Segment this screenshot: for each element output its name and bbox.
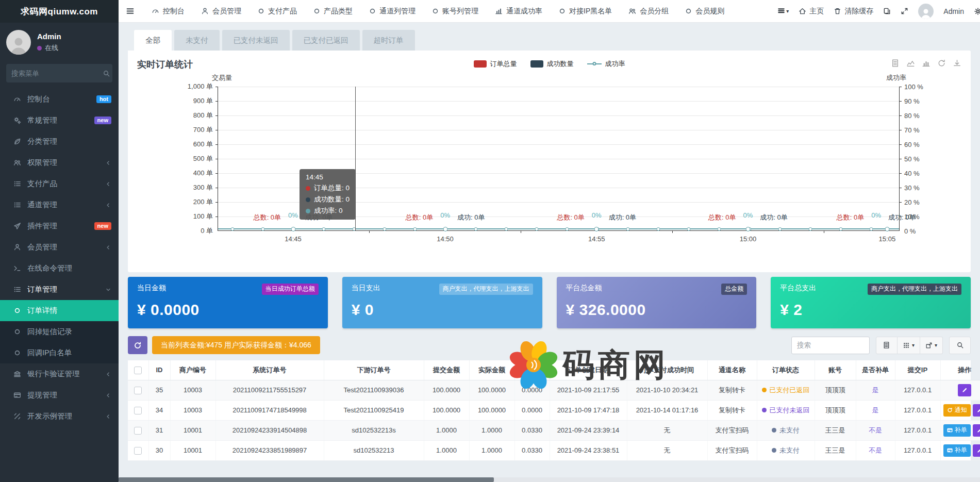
edit-button[interactable] (973, 404, 980, 417)
sidebar-item-10[interactable]: 订单管理 (0, 279, 119, 300)
data-view-icon[interactable] (891, 59, 900, 68)
notify-button[interactable]: 通知 (943, 404, 971, 417)
tab-2[interactable]: 未支付 (174, 30, 220, 51)
users-icon (628, 7, 636, 15)
bar-chart-icon[interactable] (922, 59, 931, 68)
line-marker (261, 227, 264, 231)
edit-button[interactable] (973, 444, 980, 457)
line-marker (717, 227, 721, 231)
topnav-item-9[interactable]: 会员分组 (620, 0, 677, 22)
topnav-item-1[interactable]: 控制台 (143, 0, 193, 22)
sidebar-item-6[interactable]: 通道管理 (0, 194, 119, 215)
sidebar-item-label: 开发示例管理 (27, 411, 99, 421)
sidebar-item-15[interactable]: 提现管理 (0, 385, 119, 406)
sidebar-search-input[interactable] (11, 70, 103, 77)
refresh-button[interactable] (128, 336, 147, 354)
topnav-item-6[interactable]: 账号列管理 (424, 0, 487, 22)
topnav-item-10[interactable]: 会员规则 (677, 0, 733, 22)
topnav-item-8[interactable]: 对接IP黑名单 (551, 0, 620, 22)
legend-item-2[interactable]: 成功数量 (530, 59, 574, 69)
reissue-flag: 不是 (869, 446, 882, 454)
line-chart-icon[interactable] (906, 59, 915, 68)
sidebar-item-14[interactable]: 银行卡验证管理 (0, 363, 119, 385)
tab-4[interactable]: 已支付已返回 (292, 30, 360, 51)
edit-button[interactable] (958, 384, 971, 396)
columns-button[interactable]: ▾ (898, 337, 920, 354)
home-link[interactable]: 主页 (799, 7, 824, 16)
topnav-item-7[interactable]: 通道成功率 (487, 0, 551, 22)
sidebar-item-3[interactable]: 分类管理 (0, 131, 119, 152)
sidebar-item-label: 订单详情 (27, 306, 111, 315)
sidebar-toggle-icon[interactable] (126, 7, 143, 15)
sidebar-item-13[interactable]: 回调IP白名单 (0, 342, 119, 363)
column-header: 下游订单号 (324, 360, 424, 380)
sidebar-item-label: 订单管理 (27, 285, 99, 294)
table-search-input[interactable] (791, 337, 870, 354)
line-marker (474, 227, 477, 231)
sidebar-item-5[interactable]: 支付产品 (0, 173, 119, 194)
sidebar-item-4[interactable]: 权限管理 (0, 152, 119, 173)
topnav-item-2[interactable]: 会员管理 (193, 0, 250, 22)
tab-5[interactable]: 超时订单 (362, 30, 415, 51)
horizontal-scrollbar[interactable] (119, 477, 980, 482)
column-header: 订单状态 (757, 360, 815, 380)
legend-label: 订单总量 (490, 59, 517, 69)
clear-cache-link[interactable]: 清除缓存 (834, 7, 873, 16)
caret-down-icon: ▾ (786, 8, 789, 14)
y-axis-right-label: 90 % (904, 97, 935, 105)
topnav-item-3[interactable]: 支付产品 (250, 0, 305, 22)
annotation-success: 成功: 0单 (609, 213, 636, 222)
user-name: Admin (943, 7, 964, 15)
row-checkbox[interactable] (134, 407, 142, 414)
detail-view-button[interactable] (876, 337, 898, 354)
tab-3[interactable]: 已支付未返回 (222, 30, 290, 51)
reissue-button[interactable]: 补单 (943, 424, 971, 437)
row-checkbox[interactable] (134, 447, 142, 455)
quick-menu-button[interactable]: ▾ (777, 7, 789, 15)
brand-logo[interactable]: 求码网qiumw.com (0, 0, 119, 23)
legend-item-3[interactable]: 成功率 (587, 59, 625, 69)
table-row: 341000320211009174718549998Test202110092… (128, 400, 980, 420)
sidebar-item-12[interactable]: 回掉短信记录 (0, 321, 119, 342)
sidebar-item-11[interactable]: 订单详情 (0, 300, 119, 321)
topnav-item-4[interactable]: 产品类型 (305, 0, 361, 22)
sidebar-item-8[interactable]: 会员管理 (0, 237, 119, 258)
reissue-button[interactable]: 补单 (943, 444, 971, 457)
annotation-rate: 0% (288, 211, 298, 219)
topnav-item-5[interactable]: 通道列管理 (361, 0, 424, 22)
scrollbar-thumb[interactable] (119, 477, 494, 482)
gear-icon[interactable] (974, 7, 980, 15)
row-checkbox[interactable] (134, 387, 142, 394)
row-checkbox[interactable] (134, 427, 142, 435)
order-status-badge: 已支付已返回 (762, 386, 810, 395)
edit-button[interactable] (973, 424, 980, 437)
sidebar-avatar[interactable] (6, 30, 31, 55)
save-image-icon[interactable] (953, 59, 961, 68)
table-cell: 20210924233914504898 (215, 420, 324, 440)
x-axis-label: 14:45 (285, 235, 302, 243)
select-all-checkbox[interactable] (134, 367, 142, 374)
restore-icon[interactable] (937, 59, 946, 68)
legend-item-1[interactable]: 订单总量 (474, 59, 517, 69)
annotation-rate: 0% (743, 211, 753, 219)
tab-1[interactable]: 全部 (134, 30, 172, 51)
sidebar-item-2[interactable]: 常规管理new (0, 110, 119, 131)
table-cell: 不是 (856, 420, 895, 440)
user-avatar[interactable] (918, 4, 934, 19)
sidebar-item-9[interactable]: 在线命令管理 (0, 258, 119, 279)
export-button[interactable]: ▾ (920, 337, 943, 354)
stat-card-header: 平台总金额总金额 (566, 284, 748, 295)
sidebar-item-7[interactable]: 插件管理new (0, 215, 119, 237)
sidebar-search (6, 64, 112, 82)
sidebar-item-16[interactable]: 开发示例管理 (0, 406, 119, 427)
sidebar-item-label: 通道管理 (27, 200, 99, 210)
detail-view-icon (883, 341, 890, 349)
y-axis-left-label: 100 单 (172, 212, 213, 221)
copy-icon[interactable] (883, 7, 891, 15)
tooltip-series-dot (306, 209, 310, 213)
search-button[interactable] (949, 337, 971, 354)
annotation-rate: 0% (592, 211, 602, 219)
sidebar-item-1[interactable]: 控制台hot (0, 89, 119, 110)
fullscreen-icon[interactable] (901, 7, 908, 15)
search-icon[interactable] (103, 70, 110, 77)
